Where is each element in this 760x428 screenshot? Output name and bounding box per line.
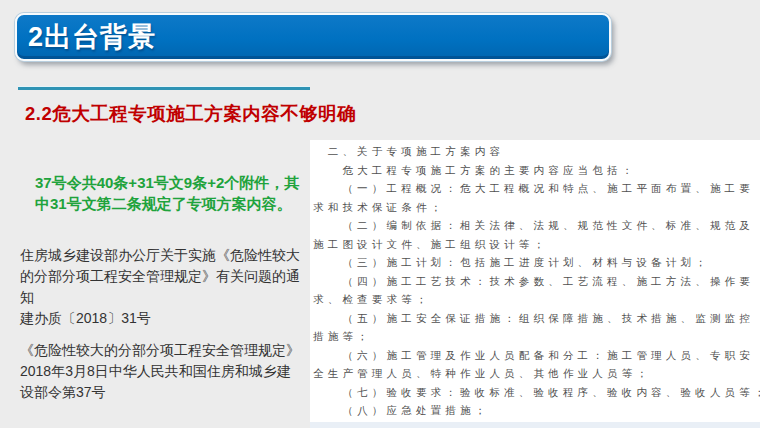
- regulation-reference: 《危险性较大的分部分项工程安全管理规定》 2018年3月8日中华人民共和国住房和…: [20, 340, 330, 403]
- document-line: （四）施工工艺技术：技术参数、工艺流程、施工方法、操作要: [313, 273, 760, 292]
- document-line: 求、检查要求等；: [313, 291, 760, 310]
- document-line: 求和技术保证条件；: [313, 199, 760, 218]
- document-line: （五）施工安全保证措施：组织保障措施、技术措施、监测监控: [313, 310, 760, 329]
- section-title: 2出台背景: [28, 24, 156, 51]
- document-line: （九）计算书及相关施工图纸。: [313, 421, 760, 428]
- presentation-slide: 2出台背景 2.2危大工程专项施工方案内容不够明确 37号令共40条+31号文9…: [0, 0, 760, 428]
- document-line: 全生产管理人员、特种作业人员、其他作业人员等；: [313, 365, 760, 384]
- section-title-banner: 2出台背景: [15, 13, 611, 61]
- document-line: （八）应急处置措施；: [313, 402, 760, 421]
- document-line: （七）验收要求：验收标准、验收程序、验收内容、验收人员等；: [313, 384, 760, 403]
- notice-reference: 住房城乡建设部办公厅关于实施《危险性较大 的分部分项工程安全管理规定》有关问题的…: [20, 245, 330, 329]
- document-line: （一）工程概况：危大工程概况和特点、施工平面布置、施工要: [313, 180, 760, 199]
- document-line: 措施等；: [313, 328, 760, 347]
- accent-divider: [18, 86, 310, 90]
- document-line: 二、关于专项施工方案内容: [313, 143, 760, 162]
- highlight-note: 37号令共40条+31号文9条+2个附件，其 中31号文第二条规定了专项方案内容…: [35, 172, 335, 214]
- document-line: 危大工程专项施工方案的主要内容应当包括：: [313, 162, 760, 181]
- document-line: （六）施工管理及作业人员配备和分工：施工管理人员、专职安: [313, 347, 760, 366]
- document-line: 施工图设计文件、施工组织设计等；: [313, 236, 760, 255]
- document-line: （二）编制依据：相关法律、法规、规范性文件、标准、规范及: [313, 217, 760, 236]
- document-excerpt-panel: 二、关于专项施工方案内容 危大工程专项施工方案的主要内容应当包括： （一）工程概…: [310, 140, 760, 428]
- slide-heading: 2.2危大工程专项施工方案内容不够明确: [25, 101, 356, 126]
- document-line: （三）施工计划：包括施工进度计划、材料与设备计划；: [313, 254, 760, 273]
